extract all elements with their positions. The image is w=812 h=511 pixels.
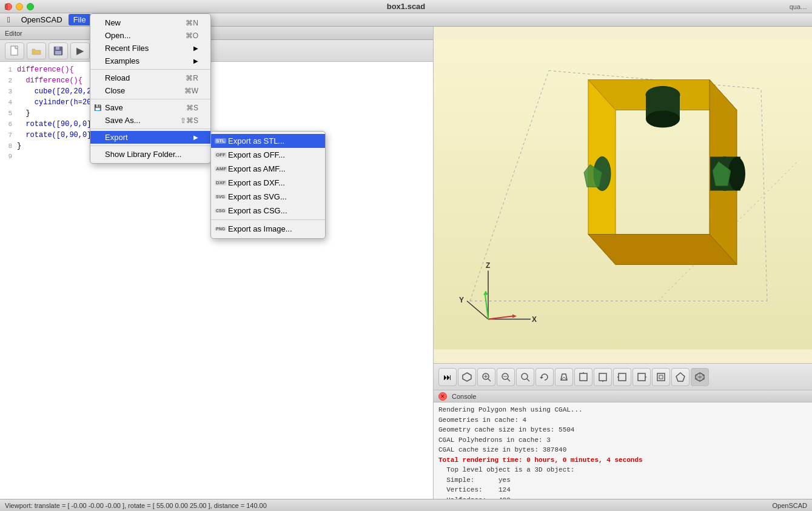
- svg-rect-50: [599, 373, 606, 381]
- export-separator: [211, 219, 325, 220]
- export-off[interactable]: OFF Export as OFF...: [211, 148, 325, 162]
- rotate-button[interactable]: [535, 368, 554, 386]
- view-back-button[interactable]: [671, 368, 690, 386]
- svg-marker-57: [659, 375, 663, 379]
- console-line: CGAL Polyhedrons in cache: 3: [438, 435, 807, 446]
- export-submenu: STL Export as STL... OFF Export as OFF..…: [210, 131, 326, 239]
- console-panel: ✕ Console Rendering Polygon Mesh using C…: [434, 390, 812, 511]
- code-line-3: 3 cube([20,20,20],: [2, 86, 431, 97]
- console-line-total: Total rendering time: 0 hours, 0 minutes…: [438, 455, 807, 466]
- view-bottom-button[interactable]: [594, 368, 612, 386]
- code-line-1: 1 difference(){: [2, 64, 431, 75]
- apple-menu[interactable]: : [5, 2, 8, 12]
- code-line-2: 2 difference(){: [2, 75, 431, 86]
- export-amf[interactable]: AMF Export as AMF...: [211, 162, 325, 176]
- menu-recent-files[interactable]: Recent Files ▶: [90, 42, 210, 55]
- svg-point-20: [728, 157, 745, 191]
- menu-separator-4: [90, 145, 210, 146]
- view-top-button[interactable]: [574, 368, 592, 386]
- viewport-toolbar: ⏭: [434, 363, 812, 390]
- editor-toolbar: ▶ ◉ STL: [0, 40, 433, 62]
- zoom-out-button[interactable]: [516, 368, 534, 386]
- save-icon: 💾: [94, 104, 101, 111]
- statusbar: Viewport: translate = [ -0.00 -0.00 -0.0…: [0, 499, 812, 511]
- titlebar:  box1.scad qua…: [0, 0, 812, 13]
- export-svg[interactable]: SVG Export as SVG...: [211, 190, 325, 204]
- window-title: box1.scad: [387, 2, 426, 11]
- code-line-5: 5 }: [2, 108, 431, 119]
- editor-tab-label: Editor: [5, 30, 22, 37]
- code-area: 1 difference(){ 2 difference(){ 3 cube([…: [0, 62, 433, 511]
- menu-item-openscad[interactable]: OpenSCAD: [16, 14, 67, 25]
- menu-show-library[interactable]: Show Library Folder...: [90, 148, 210, 161]
- view-diagonal-button[interactable]: [691, 368, 709, 386]
- file-menu-dropdown: New ⌘N Open... ⌘O Recent Files ▶ Example…: [90, 13, 211, 164]
- view3d-button[interactable]: [458, 368, 476, 386]
- console-line: Top level object is a 3D object:: [438, 465, 807, 475]
- perspective-button[interactable]: [555, 368, 573, 386]
- svg-marker-44: [540, 377, 543, 379]
- console-close-button[interactable]: ✕: [438, 392, 447, 401]
- menu-item-apple[interactable]: : [2, 14, 15, 25]
- svg-text:X: X: [532, 315, 537, 324]
- animate-button[interactable]: ⏭: [438, 368, 457, 386]
- svg-marker-58: [676, 373, 685, 381]
- svg-text:Y: Y: [459, 296, 464, 304]
- menu-separator-3: [90, 129, 210, 129]
- minimize-button[interactable]: [16, 3, 23, 10]
- console-line: CGAL cache size in bytes: 387840: [438, 445, 807, 455]
- svg-text:Z: Z: [486, 261, 490, 270]
- menu-new[interactable]: New ⌘N: [90, 16, 210, 29]
- svg-rect-2: [56, 47, 59, 50]
- menu-item-file[interactable]: File: [69, 14, 91, 25]
- svg-line-36: [488, 379, 491, 381]
- maximize-button[interactable]: [27, 3, 34, 10]
- save-file-button[interactable]: [49, 42, 68, 59]
- menu-close[interactable]: Close ⌘W: [90, 84, 210, 97]
- 3d-viewport-svg: X Z Y: [434, 27, 812, 363]
- render-button-1[interactable]: ▶: [70, 42, 90, 59]
- svg-point-17: [646, 111, 680, 128]
- svg-line-43: [527, 379, 529, 381]
- console-header: ✕ Console: [434, 390, 812, 402]
- view-right-button[interactable]: [632, 368, 651, 386]
- menu-separator-2: [90, 99, 210, 99]
- console-line: Rendering Polygon Mesh using CGAL...: [438, 405, 807, 415]
- zoom-in-button[interactable]: [497, 368, 515, 386]
- viewport-canvas[interactable]: X Z Y: [434, 27, 812, 363]
- viewport-panel: X Z Y ⏭: [434, 27, 812, 511]
- editor-panel: Editor ▶ ◉ STL 1 diffe: [0, 27, 434, 511]
- svg-point-42: [522, 373, 528, 379]
- menu-examples[interactable]: Examples ▶: [90, 55, 210, 67]
- menu-open[interactable]: Open... ⌘O: [90, 29, 210, 42]
- svg-rect-48: [580, 373, 587, 381]
- editor-tab: Editor: [0, 27, 433, 40]
- code-line-6: 6 rotate([90,0,0]): [2, 119, 431, 130]
- zoom-fit-button[interactable]: [477, 368, 495, 386]
- new-file-button[interactable]: [5, 42, 24, 59]
- svg-rect-0: [11, 46, 18, 55]
- export-csg[interactable]: CSG Export as CSG...: [211, 204, 325, 218]
- menu-save-as[interactable]: Save As... ⇧⌘S: [90, 114, 210, 127]
- console-line: Vertices: 124: [438, 485, 807, 495]
- console-title: Console: [452, 393, 476, 400]
- code-line-4: 4 cylinder(h=20,r=: [2, 97, 431, 108]
- console-content: Rendering Polygon Mesh using CGAL... Geo…: [434, 402, 812, 511]
- export-dxf[interactable]: DXF Export as DXF...: [211, 176, 325, 190]
- svg-rect-3: [55, 51, 61, 55]
- view-left-button[interactable]: [613, 368, 631, 386]
- menu-save[interactable]: 💾 Save ⌘S: [90, 101, 210, 114]
- svg-marker-34: [463, 373, 471, 381]
- menu-export[interactable]: Export ▶ STL Export as STL... OFF Export…: [90, 131, 210, 144]
- view-front-button[interactable]: [652, 368, 670, 386]
- export-image[interactable]: PNG Export as Image...: [211, 222, 325, 236]
- menu-reload[interactable]: Reload ⌘R: [90, 72, 210, 84]
- export-stl[interactable]: STL Export as STL...: [211, 134, 325, 148]
- open-file-button[interactable]: [27, 42, 46, 59]
- app-name-status: OpenSCAD: [773, 502, 807, 509]
- console-line: Simple: yes: [438, 475, 807, 486]
- menu-separator-1: [90, 69, 210, 70]
- window-controls-right: qua…: [790, 3, 807, 10]
- svg-rect-54: [638, 373, 645, 381]
- console-line: Geometries in cache: 4: [438, 415, 807, 426]
